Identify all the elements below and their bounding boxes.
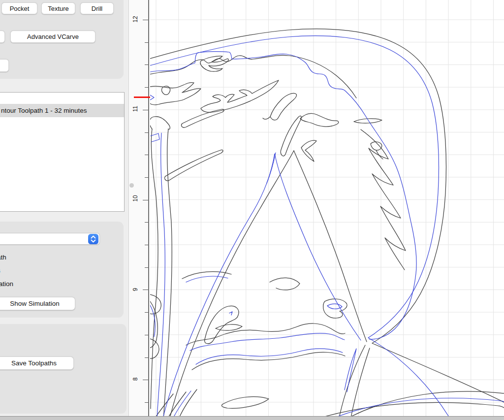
panel-toolpath-operations: Pocket Texture Drill Advanced VCarve: [0, 0, 124, 79]
chevron-down-icon: [91, 239, 96, 243]
save-panel: Save Toolpaths: [0, 324, 126, 414]
simulation-panel: olpath pids mulation Show Simulation: [0, 222, 124, 318]
pocket-button[interactable]: Pocket: [1, 2, 37, 14]
ruler-minor-tick: [145, 267, 148, 268]
texture-button-label: Texture: [48, 5, 69, 12]
portrait-line-art: [150, 0, 504, 416]
drill-button[interactable]: Drill: [80, 2, 114, 14]
ruler-major-tick: [143, 110, 148, 110]
ruler-minor-tick: [145, 312, 148, 313]
toolpath-lines: [150, 36, 504, 416]
ruler-unit-label: 11: [132, 104, 139, 113]
partial-button-left[interactable]: [0, 31, 5, 43]
ruler-minor-tick: [145, 87, 148, 88]
ruler-minor-tick: [145, 402, 148, 403]
truncated-label-show-toolpath: olpath: [0, 254, 6, 261]
truncated-label-show-simulation: mulation: [0, 280, 13, 288]
design-canvas[interactable]: [150, 0, 504, 416]
toolpath-list[interactable]: ntour Toolpath 1 - 32 minutes: [0, 92, 125, 212]
ruler-minor-tick: [145, 132, 148, 133]
ruler-unit-label: 9: [132, 285, 139, 294]
ruler-minor-tick: [145, 245, 148, 245]
show-simulation-button-label: Show Simulation: [10, 300, 60, 307]
ruler-position-marker: [134, 97, 150, 98]
ruler-minor-tick: [145, 222, 148, 223]
toolpath-dropdown[interactable]: [0, 233, 100, 245]
sidebar: Pocket Texture Drill Advanced VCarve nto…: [0, 0, 129, 416]
advanced-vcarve-button-label: Advanced VCarve: [27, 33, 79, 40]
chevron-up-icon: [91, 235, 96, 239]
partial-button-left-2[interactable]: [0, 59, 9, 72]
ruler-major-tick: [143, 200, 148, 200]
ruler-minor-tick: [145, 65, 148, 65]
ruler-unit-label: 8: [132, 375, 139, 384]
pocket-button-label: Pocket: [10, 5, 30, 12]
ruler-major-tick: [143, 20, 148, 20]
ruler-minor-tick: [145, 42, 148, 43]
toolpath-list-item-selected[interactable]: ntour Toolpath 1 - 32 minutes: [0, 104, 124, 117]
ruler-major-tick: [143, 290, 148, 290]
truncated-label-show-rapids: pids: [0, 267, 0, 274]
vertical-ruler: 12111098: [129, 0, 149, 416]
dropdown-stepper-icon[interactable]: [88, 234, 98, 244]
ruler-unit-label: 10: [132, 194, 139, 203]
ruler-major-tick: [143, 380, 148, 380]
design-lines: [150, 29, 504, 416]
bottom-scrollbar-track[interactable]: [0, 416, 504, 420]
show-simulation-button[interactable]: Show Simulation: [0, 297, 75, 310]
ruler-minor-tick: [145, 155, 148, 155]
ruler-minor-tick: [145, 357, 148, 358]
advanced-vcarve-button[interactable]: Advanced VCarve: [10, 31, 95, 43]
ruler-minor-tick: [145, 177, 148, 178]
drill-button-label: Drill: [92, 5, 102, 12]
ruler-minor-tick: [145, 335, 148, 335]
save-toolpaths-button-label: Save Toolpaths: [11, 359, 57, 367]
pane-splitter-handle[interactable]: [129, 183, 134, 188]
texture-button[interactable]: Texture: [41, 2, 75, 14]
save-toolpaths-button[interactable]: Save Toolpaths: [0, 356, 74, 370]
ruler-unit-label: 12: [132, 15, 139, 24]
